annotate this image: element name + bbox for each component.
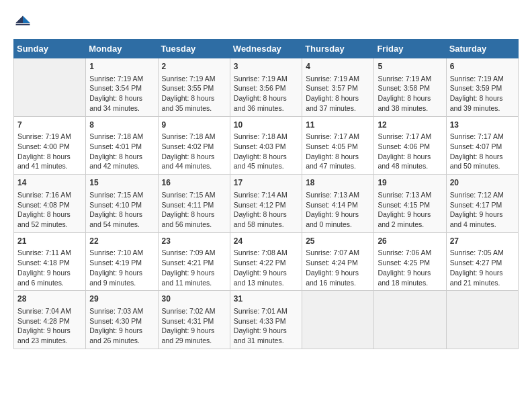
calendar-cell: 19Sunrise: 7:13 AMSunset: 4:15 PMDayligh… [374,175,446,233]
day-info: Sunrise: 7:08 AMSunset: 4:22 PMDaylight:… [234,248,298,287]
day-info: Sunrise: 7:17 AMSunset: 4:05 PMDaylight:… [306,132,370,171]
calendar-cell: 5Sunrise: 7:19 AMSunset: 3:58 PMDaylight… [374,58,446,117]
day-number: 27 [450,236,515,247]
day-number: 22 [89,236,154,247]
day-info: Sunrise: 7:19 AMSunset: 3:59 PMDaylight:… [450,74,515,113]
calendar-cell: 21Sunrise: 7:11 AMSunset: 4:18 PMDayligh… [14,232,86,291]
weekday-header-thursday: Thursday [302,40,374,58]
calendar-week-1: 1Sunrise: 7:19 AMSunset: 3:54 PMDaylight… [14,58,519,117]
day-info: Sunrise: 7:13 AMSunset: 4:15 PMDaylight:… [378,190,442,230]
calendar-cell: 16Sunrise: 7:15 AMSunset: 4:11 PMDayligh… [158,175,230,233]
day-info: Sunrise: 7:11 AMSunset: 4:18 PMDaylight:… [17,248,82,287]
day-number: 8 [89,120,154,131]
day-info: Sunrise: 7:01 AMSunset: 4:33 PMDaylight:… [234,306,298,346]
weekday-header-tuesday: Tuesday [158,40,230,58]
calendar-table: SundayMondayTuesdayWednesdayThursdayFrid… [13,39,519,349]
day-info: Sunrise: 7:12 AMSunset: 4:17 PMDaylight:… [450,190,515,230]
calendar-cell [302,291,374,349]
day-number: 11 [306,120,370,131]
weekday-header-sunday: Sunday [14,40,86,58]
weekday-header-saturday: Saturday [446,40,518,58]
day-info: Sunrise: 7:18 AMSunset: 4:01 PMDaylight:… [89,132,154,171]
calendar-week-5: 28Sunrise: 7:04 AMSunset: 4:28 PMDayligh… [14,291,519,349]
day-info: Sunrise: 7:18 AMSunset: 4:02 PMDaylight:… [162,132,226,171]
day-number: 29 [89,293,154,305]
day-info: Sunrise: 7:07 AMSunset: 4:24 PMDaylight:… [306,248,370,287]
calendar-cell: 26Sunrise: 7:06 AMSunset: 4:25 PMDayligh… [374,232,446,291]
calendar-cell: 30Sunrise: 7:02 AMSunset: 4:31 PMDayligh… [158,291,230,349]
calendar-cell [14,58,86,117]
calendar-cell: 4Sunrise: 7:19 AMSunset: 3:57 PMDaylight… [302,58,374,117]
day-number: 9 [162,120,226,131]
day-info: Sunrise: 7:13 AMSunset: 4:14 PMDaylight:… [306,190,370,230]
calendar-cell [446,291,518,349]
calendar-cell: 3Sunrise: 7:19 AMSunset: 3:56 PMDaylight… [230,58,302,117]
day-info: Sunrise: 7:06 AMSunset: 4:25 PMDaylight:… [378,248,442,287]
day-number: 3 [234,61,298,73]
calendar-cell: 24Sunrise: 7:08 AMSunset: 4:22 PMDayligh… [230,232,302,291]
day-number: 6 [450,61,515,73]
calendar-cell: 1Sunrise: 7:19 AMSunset: 3:54 PMDaylight… [86,58,158,117]
day-info: Sunrise: 7:18 AMSunset: 4:03 PMDaylight:… [234,132,298,171]
calendar-cell: 11Sunrise: 7:17 AMSunset: 4:05 PMDayligh… [302,116,374,175]
day-number: 4 [306,61,370,73]
calendar-cell: 14Sunrise: 7:16 AMSunset: 4:08 PMDayligh… [14,175,86,233]
day-info: Sunrise: 7:19 AMSunset: 3:57 PMDaylight:… [306,74,370,113]
calendar-cell: 15Sunrise: 7:15 AMSunset: 4:10 PMDayligh… [86,175,158,233]
day-number: 12 [378,120,442,131]
day-number: 23 [162,236,226,247]
day-number: 16 [162,177,226,189]
day-number: 26 [378,236,442,247]
calendar-cell: 17Sunrise: 7:14 AMSunset: 4:12 PMDayligh… [230,175,302,233]
day-info: Sunrise: 7:19 AMSunset: 3:55 PMDaylight:… [162,74,226,113]
calendar-cell: 28Sunrise: 7:04 AMSunset: 4:28 PMDayligh… [14,291,86,349]
calendar-cell: 8Sunrise: 7:18 AMSunset: 4:01 PMDaylight… [86,116,158,175]
day-number: 20 [450,177,515,189]
calendar-cell: 31Sunrise: 7:01 AMSunset: 4:33 PMDayligh… [230,291,302,349]
day-number: 15 [89,177,154,189]
day-info: Sunrise: 7:15 AMSunset: 4:11 PMDaylight:… [162,190,226,230]
calendar-week-2: 7Sunrise: 7:19 AMSunset: 4:00 PMDaylight… [14,116,519,175]
day-number: 21 [17,236,82,247]
calendar-week-4: 21Sunrise: 7:11 AMSunset: 4:18 PMDayligh… [14,232,519,291]
day-info: Sunrise: 7:19 AMSunset: 3:54 PMDaylight:… [89,74,154,113]
day-info: Sunrise: 7:14 AMSunset: 4:12 PMDaylight:… [234,190,298,230]
day-number: 28 [17,293,82,305]
day-info: Sunrise: 7:17 AMSunset: 4:06 PMDaylight:… [378,132,442,171]
calendar-cell: 23Sunrise: 7:09 AMSunset: 4:21 PMDayligh… [158,232,230,291]
svg-rect-3 [16,24,30,25]
header [13,13,519,32]
day-info: Sunrise: 7:02 AMSunset: 4:31 PMDaylight:… [162,306,226,346]
day-number: 14 [17,177,82,189]
calendar-cell: 25Sunrise: 7:07 AMSunset: 4:24 PMDayligh… [302,232,374,291]
day-info: Sunrise: 7:04 AMSunset: 4:28 PMDaylight:… [17,306,82,346]
day-info: Sunrise: 7:17 AMSunset: 4:07 PMDaylight:… [450,132,515,171]
day-number: 5 [378,61,442,73]
calendar-week-3: 14Sunrise: 7:16 AMSunset: 4:08 PMDayligh… [14,175,519,233]
weekday-header-monday: Monday [86,40,158,58]
calendar-cell [374,291,446,349]
day-number: 24 [234,236,298,247]
calendar-cell: 29Sunrise: 7:03 AMSunset: 4:30 PMDayligh… [86,291,158,349]
weekday-header-wednesday: Wednesday [230,40,302,58]
calendar-cell: 13Sunrise: 7:17 AMSunset: 4:07 PMDayligh… [446,116,518,175]
calendar-cell: 7Sunrise: 7:19 AMSunset: 4:00 PMDaylight… [14,116,86,175]
day-number: 25 [306,236,370,247]
day-number: 2 [162,61,226,73]
weekday-header-friday: Friday [374,40,446,58]
day-info: Sunrise: 7:05 AMSunset: 4:27 PMDaylight:… [450,248,515,287]
day-info: Sunrise: 7:19 AMSunset: 4:00 PMDaylight:… [17,132,82,171]
calendar-cell: 12Sunrise: 7:17 AMSunset: 4:06 PMDayligh… [374,116,446,175]
day-info: Sunrise: 7:15 AMSunset: 4:10 PMDaylight:… [89,190,154,230]
day-number: 19 [378,177,442,189]
day-number: 17 [234,177,298,189]
calendar-cell: 22Sunrise: 7:10 AMSunset: 4:19 PMDayligh… [86,232,158,291]
logo-icon [13,13,32,32]
calendar-cell: 2Sunrise: 7:19 AMSunset: 3:55 PMDaylight… [158,58,230,117]
calendar-cell: 20Sunrise: 7:12 AMSunset: 4:17 PMDayligh… [446,175,518,233]
day-number: 10 [234,120,298,131]
day-info: Sunrise: 7:19 AMSunset: 3:56 PMDaylight:… [234,74,298,113]
day-info: Sunrise: 7:03 AMSunset: 4:30 PMDaylight:… [89,306,154,346]
day-number: 30 [162,293,226,305]
day-number: 7 [17,120,82,131]
